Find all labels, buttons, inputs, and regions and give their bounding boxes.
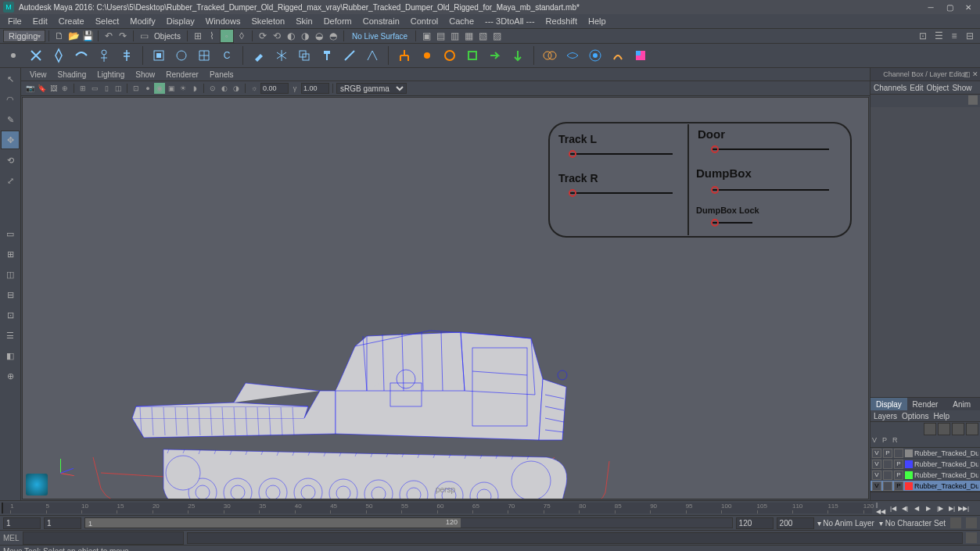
auto-key-icon[interactable] [950, 517, 961, 528]
menu-edit[interactable]: Edit [28, 16, 52, 27]
menu-skeleton[interactable]: Skeleton [246, 16, 289, 27]
render-region-icon[interactable]: ▤ [434, 30, 447, 42]
history-toggle2-icon[interactable]: ◑ [299, 30, 311, 42]
layer-color-swatch[interactable] [905, 482, 913, 490]
shelf-wrap-icon[interactable] [585, 45, 605, 66]
shadows-icon[interactable]: ◗ [189, 83, 200, 94]
panel-menu-shading[interactable]: Shading [54, 70, 91, 79]
snap-curve-icon[interactable]: ⌇ [206, 30, 218, 42]
current-time-marker[interactable] [2, 503, 3, 513]
paint-select-tool[interactable]: ✎ [1, 110, 20, 129]
shelf-joint-icon[interactable] [26, 45, 46, 66]
panel-menu-show[interactable]: Show [131, 70, 159, 79]
menu-cache[interactable]: Cache [444, 16, 479, 27]
toggle-channel-icon[interactable]: ⊟ [964, 30, 976, 42]
script-editor-icon[interactable] [966, 532, 977, 543]
layer-tab-display[interactable]: Display [871, 398, 907, 410]
play-start-icon[interactable]: |◀◀ [876, 503, 887, 513]
layer-ref-toggle[interactable] [894, 449, 903, 458]
grid-toggle-icon[interactable]: ⊞ [77, 83, 88, 94]
channel-menu-edit[interactable]: Edit [910, 84, 923, 92]
prefs-icon[interactable] [966, 517, 977, 528]
channel-box-area[interactable] [871, 107, 980, 397]
layout-two-side-icon[interactable]: ◫ [1, 265, 20, 284]
range-slider-track[interactable]: 1120 [84, 517, 733, 528]
move-tool[interactable]: ✥ [1, 131, 20, 149]
image-plane-icon[interactable]: 🖼 [48, 83, 59, 94]
window-maximize-button[interactable]: ▢ [941, 1, 958, 13]
layout-two-stack-icon[interactable]: ⊟ [1, 285, 20, 304]
layer-ref-toggle[interactable]: P [894, 481, 903, 491]
step-back-icon[interactable]: ◀| [899, 503, 910, 513]
shelf-ik-icon[interactable] [48, 45, 69, 66]
rig-controls-panel[interactable]: Track L Track R Door DumpBox [547, 121, 853, 238]
layer-row[interactable]: VPRubber_Tracked_Dump [871, 459, 980, 470]
command-language-label[interactable]: MEL [3, 534, 20, 542]
menu-3dtoall[interactable]: --- 3DtoAll --- [480, 16, 540, 27]
camera-select-icon[interactable]: 📷 [24, 83, 35, 94]
undo-icon[interactable]: ↶ [102, 30, 115, 42]
layer-tab-anim[interactable]: Anim [943, 398, 980, 410]
layer-row[interactable]: VPRubber_Tracked_Dump [871, 470, 980, 481]
shelf-lattice-icon[interactable] [194, 45, 214, 66]
model-wireframe[interactable] [93, 254, 594, 499]
menu-select[interactable]: Select [91, 16, 124, 27]
2d-pan-icon[interactable]: ⊕ [59, 83, 70, 94]
live-surface-label[interactable]: No Live Surface [352, 32, 407, 41]
layer-move-down-icon[interactable] [938, 423, 950, 435]
panel-menu-panels[interactable]: Panels [206, 70, 238, 79]
range-start-outer-input[interactable] [3, 517, 41, 529]
shaded-icon[interactable]: ● [142, 83, 153, 94]
scale-tool[interactable]: ⤢ [1, 171, 20, 190]
shelf-constraint-aim-icon[interactable] [485, 45, 505, 66]
shelf-skeleton-icon[interactable] [117, 45, 137, 66]
layer-new-selected-icon[interactable] [966, 423, 978, 435]
layer-ref-toggle[interactable]: P [894, 460, 903, 469]
textured-icon[interactable]: ▣ [166, 83, 177, 94]
step-forward-icon[interactable]: |▶ [935, 503, 946, 513]
channel-menu-object[interactable]: Object [927, 84, 949, 92]
layer-color-swatch[interactable] [905, 471, 913, 479]
layer-new-empty-icon[interactable] [952, 423, 964, 435]
layer-playback-toggle[interactable] [883, 470, 892, 480]
shelf-prune-icon[interactable] [339, 45, 360, 66]
layer-playback-toggle[interactable]: P [883, 449, 892, 458]
exposure-icon[interactable]: ☼ [249, 83, 260, 94]
time-slider[interactable]: 1510152025303540455055606570758085909510… [0, 500, 980, 515]
layer-menu-layers[interactable]: Layers [874, 412, 897, 420]
shelf-texture-icon[interactable] [630, 45, 651, 66]
layer-scrollbar[interactable] [871, 492, 980, 500]
menu-help[interactable]: Help [583, 16, 611, 27]
play-end-icon[interactable]: ▶▶| [958, 503, 969, 513]
layout-three-icon[interactable]: ⊡ [1, 306, 20, 324]
layer-color-swatch[interactable] [905, 460, 913, 468]
menu-windows[interactable]: Windows [201, 16, 246, 27]
anim-layer-dropdown[interactable]: ▾ No Anim Layer [817, 519, 874, 528]
layer-move-up-icon[interactable] [924, 423, 936, 435]
menu-file[interactable]: File [3, 16, 27, 27]
shelf-blend-shape-icon[interactable] [540, 45, 560, 66]
range-end-outer-input[interactable] [777, 517, 814, 529]
step-forward-key-icon[interactable]: ▶| [946, 503, 957, 513]
shelf-constraint-orient-icon[interactable] [440, 45, 460, 66]
isolate-icon[interactable]: ⊙ [207, 83, 218, 94]
xray-joints-icon[interactable]: ◑ [231, 83, 242, 94]
shelf-tab-icon[interactable] [3, 45, 23, 66]
layout-persp-icon[interactable]: ◧ [1, 346, 20, 365]
shelf-mirror-icon[interactable] [271, 45, 292, 66]
command-input[interactable] [23, 531, 184, 545]
layer-menu-options[interactable]: Options [902, 412, 928, 420]
play-backward-icon[interactable]: ◀ [911, 503, 922, 513]
panel-menu-renderer[interactable]: Renderer [162, 70, 203, 79]
shelf-sculpt-icon[interactable] [608, 45, 628, 66]
exposure-input[interactable] [260, 83, 289, 94]
save-scene-icon[interactable]: 💾 [81, 30, 94, 42]
right-panel-close-icon[interactable]: ✕ [972, 70, 978, 78]
menu-modify[interactable]: Modify [125, 16, 160, 27]
history-toggle-icon[interactable]: ◐ [285, 30, 297, 42]
window-minimize-button[interactable]: ─ [922, 1, 939, 13]
layer-vis-toggle[interactable]: V [872, 460, 881, 469]
new-scene-icon[interactable]: 🗋 [53, 30, 66, 42]
toggle-attribute-icon[interactable]: ☰ [932, 30, 945, 42]
play-forward-icon[interactable]: ▶ [923, 503, 934, 513]
